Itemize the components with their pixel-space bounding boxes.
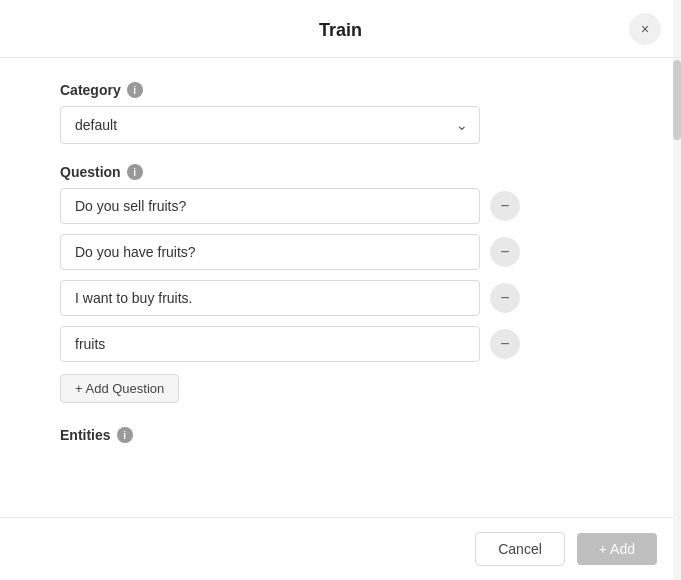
question-row-0: −	[60, 188, 621, 224]
cancel-label: Cancel	[498, 541, 542, 557]
entities-field-group: Entities i	[60, 427, 621, 443]
minus-icon-0: −	[500, 197, 509, 215]
category-field-group: Category i default ⌄	[60, 82, 621, 144]
close-icon: ×	[641, 21, 649, 37]
category-select-wrapper: default ⌄	[60, 106, 480, 144]
add-question-label: + Add Question	[75, 381, 164, 396]
question-input-2[interactable]	[60, 280, 480, 316]
modal-header: Train ×	[0, 0, 681, 58]
question-input-3[interactable]	[60, 326, 480, 362]
entities-label: Entities i	[60, 427, 621, 443]
category-info-icon[interactable]: i	[127, 82, 143, 98]
question-info-icon[interactable]: i	[127, 164, 143, 180]
add-label: + Add	[599, 541, 635, 557]
add-question-button[interactable]: + Add Question	[60, 374, 179, 403]
category-label-text: Category	[60, 82, 121, 98]
modal-footer: Cancel + Add	[0, 517, 681, 580]
add-button[interactable]: + Add	[577, 533, 657, 565]
question-input-1[interactable]	[60, 234, 480, 270]
remove-question-button-1[interactable]: −	[490, 237, 520, 267]
question-label-text: Question	[60, 164, 121, 180]
category-label: Category i	[60, 82, 621, 98]
remove-question-button-3[interactable]: −	[490, 329, 520, 359]
question-row-3: −	[60, 326, 621, 362]
scrollbar-track[interactable]	[673, 0, 681, 580]
modal-body: Category i default ⌄ Question i −	[0, 58, 681, 517]
modal-overlay: Train × Category i default ⌄ Question i	[0, 0, 681, 580]
questions-list: − − − −	[60, 188, 621, 362]
question-label: Question i	[60, 164, 621, 180]
question-row-2: −	[60, 280, 621, 316]
question-row-1: −	[60, 234, 621, 270]
entities-info-icon[interactable]: i	[117, 427, 133, 443]
remove-question-button-0[interactable]: −	[490, 191, 520, 221]
modal-title: Train	[319, 20, 362, 41]
remove-question-button-2[interactable]: −	[490, 283, 520, 313]
question-field-group: Question i − −	[60, 164, 621, 407]
category-select[interactable]: default	[60, 106, 480, 144]
entities-label-text: Entities	[60, 427, 111, 443]
cancel-button[interactable]: Cancel	[475, 532, 565, 566]
close-button[interactable]: ×	[629, 13, 661, 45]
minus-icon-1: −	[500, 243, 509, 261]
scrollbar-thumb[interactable]	[673, 60, 681, 140]
minus-icon-2: −	[500, 289, 509, 307]
question-input-0[interactable]	[60, 188, 480, 224]
minus-icon-3: −	[500, 335, 509, 353]
